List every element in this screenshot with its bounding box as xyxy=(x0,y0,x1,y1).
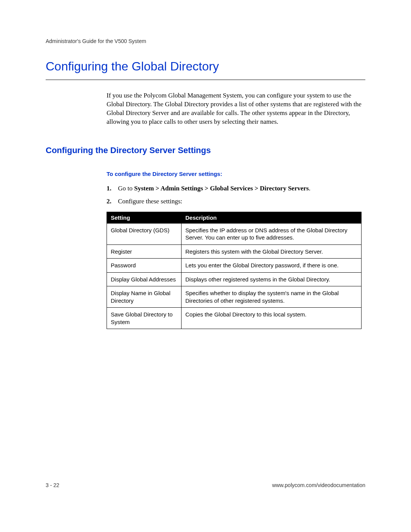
table-row: Global Directory (GDS) Specifies the IP … xyxy=(107,223,362,244)
doc-header: Administrator's Guide for the V500 Syste… xyxy=(46,38,365,44)
col-header-description: Description xyxy=(182,212,362,223)
description-cell: Specifies whether to display the system'… xyxy=(182,286,362,308)
table-row: Register Registers this system with the … xyxy=(107,244,362,259)
col-header-setting: Setting xyxy=(107,212,182,223)
description-cell: Lets you enter the Global Directory pass… xyxy=(182,259,362,273)
page-footer: 3 - 22 www.polycom.com/videodocumentatio… xyxy=(46,482,365,488)
setting-cell: Register xyxy=(107,244,182,259)
intro-paragraph: If you use the Polycom Global Management… xyxy=(107,91,365,126)
step-number: 1. xyxy=(107,185,112,192)
footer-url: www.polycom.com/videodocumentation xyxy=(272,482,365,488)
description-cell: Registers this system with the Global Di… xyxy=(182,244,362,259)
table-row: Display Name in Global Directory Specifi… xyxy=(107,286,362,308)
steps-list: 1. Go to System > Admin Settings > Globa… xyxy=(107,185,365,205)
setting-cell: Password xyxy=(107,259,182,273)
subsection-title: To configure the Directory Server settin… xyxy=(107,171,365,177)
table-row: Display Global Addresses Displays other … xyxy=(107,272,362,286)
step-number: 2. xyxy=(107,198,112,205)
step-nav-path: System > Admin Settings > Global Service… xyxy=(134,185,309,192)
description-cell: Displays other registered systems in the… xyxy=(182,272,362,286)
step-text-suffix: . xyxy=(309,185,310,192)
description-cell: Copies the Global Directory to this loca… xyxy=(182,308,362,329)
setting-cell: Display Name in Global Directory xyxy=(107,286,182,308)
settings-table: Setting Description Global Directory (GD… xyxy=(107,212,362,329)
step-1: 1. Go to System > Admin Settings > Globa… xyxy=(107,185,365,192)
setting-cell: Global Directory (GDS) xyxy=(107,223,182,244)
description-cell: Specifies the IP address or DNS address … xyxy=(182,223,362,244)
table-row: Save Global Directory to System Copies t… xyxy=(107,308,362,329)
page-number: 3 - 22 xyxy=(46,482,59,488)
title-rule xyxy=(46,80,365,80)
table-header-row: Setting Description xyxy=(107,212,362,223)
step-text-prefix: Go to xyxy=(118,185,134,192)
setting-cell: Display Global Addresses xyxy=(107,272,182,286)
page-title: Configuring the Global Directory xyxy=(46,59,365,77)
step-2: 2. Configure these settings: xyxy=(107,198,365,205)
step-text: Configure these settings: xyxy=(118,198,182,205)
table-row: Password Lets you enter the Global Direc… xyxy=(107,259,362,273)
setting-cell: Save Global Directory to System xyxy=(107,308,182,329)
section-title: Configuring the Directory Server Setting… xyxy=(46,145,365,155)
